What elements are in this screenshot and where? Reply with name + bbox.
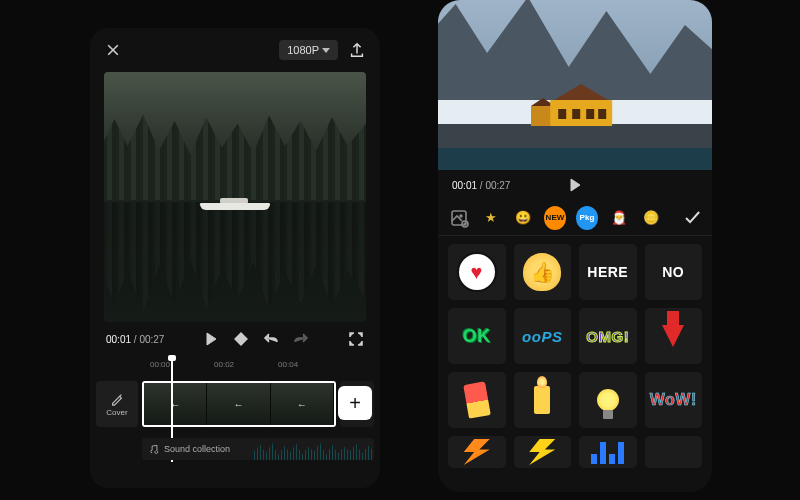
playback-row: 00:01 / 00:27 xyxy=(90,322,380,356)
time-display: 00:01 / 00:27 xyxy=(106,334,164,345)
lightning-icon xyxy=(529,439,555,465)
close-button[interactable] xyxy=(104,41,122,59)
category-gallery[interactable] xyxy=(448,206,470,230)
play-icon xyxy=(203,331,219,347)
editor-topbar: 1080P xyxy=(90,28,380,72)
pencil-icon xyxy=(110,392,124,406)
category-pack[interactable]: Pkg xyxy=(576,206,598,230)
cover-label: Cover xyxy=(106,408,127,417)
resolution-button[interactable]: 1080P xyxy=(279,40,338,60)
lightbulb-icon xyxy=(597,389,619,411)
sticker-wow[interactable]: WoW! xyxy=(645,372,703,428)
eraser-icon xyxy=(463,381,491,418)
preview-scene-reflection xyxy=(104,202,366,317)
sticker-here[interactable]: HERE xyxy=(579,244,637,300)
preview-scene-trees xyxy=(104,110,366,200)
video-preview[interactable] xyxy=(104,72,366,322)
clip-frame xyxy=(271,383,334,425)
music-note-icon xyxy=(148,444,159,455)
sticker-bolt-yellow[interactable] xyxy=(514,436,572,468)
santa-hat-icon: 🎅 xyxy=(611,210,627,225)
clip-frame xyxy=(144,383,207,425)
preview-scene-house xyxy=(550,86,612,126)
sticker-eraser[interactable] xyxy=(448,372,506,428)
close-icon xyxy=(105,42,121,58)
sticker-heart[interactable]: ♥ xyxy=(448,244,506,300)
sticker-category-row: ★ 😀 NEW Pkg 🎅 🪙 xyxy=(438,200,712,236)
time-total: 00:27 xyxy=(139,334,164,345)
check-icon xyxy=(682,207,702,227)
lightning-icon xyxy=(464,439,490,465)
fullscreen-button[interactable] xyxy=(348,331,364,347)
preview-scene-boat xyxy=(200,195,270,213)
sticker-item[interactable] xyxy=(645,436,703,468)
sound-label: Sound collection xyxy=(164,444,230,454)
time-total: 00:27 xyxy=(485,180,510,191)
emoji-icon: 😀 xyxy=(515,210,531,225)
cover-button[interactable]: Cover xyxy=(96,381,138,427)
keyframe-button[interactable] xyxy=(233,331,249,347)
sound-collection-button[interactable]: Sound collection xyxy=(142,438,374,460)
redo-icon xyxy=(293,331,309,347)
sticker-lighter[interactable] xyxy=(514,372,572,428)
sticker-oops[interactable]: ooPS xyxy=(514,308,572,364)
ruler-tick: 00:02 xyxy=(214,360,234,369)
ruler-tick: 00:00 xyxy=(150,360,170,369)
caret-down-icon xyxy=(322,48,330,53)
ruler-tick: 00:04 xyxy=(278,360,298,369)
preview-scene-water xyxy=(438,148,712,170)
resolution-label: 1080P xyxy=(287,44,319,56)
audio-waveform xyxy=(254,438,374,460)
sticker-no[interactable]: NO xyxy=(645,244,703,300)
equalizer-icon xyxy=(591,440,624,464)
export-icon xyxy=(348,41,366,59)
redo-button[interactable] xyxy=(293,331,309,347)
category-seasonal[interactable]: 🎅 xyxy=(608,206,630,230)
time-current: 00:01 xyxy=(106,334,131,345)
play-button[interactable] xyxy=(203,331,219,347)
sticker-omg[interactable]: OMG! xyxy=(579,308,637,364)
category-new[interactable]: NEW xyxy=(544,206,566,230)
undo-icon xyxy=(263,331,279,347)
play-icon xyxy=(567,177,583,193)
category-coins[interactable]: 🪙 xyxy=(640,206,662,230)
video-clip[interactable]: 3.0s xyxy=(142,381,336,427)
coin-icon: 🪙 xyxy=(643,210,659,225)
sticker-grid: ♥ 👍 HERE NO OK ooPS OMG! WoW! xyxy=(438,236,712,476)
sticker-ok[interactable]: OK xyxy=(448,308,506,364)
timeline-ruler: 00:00 00:02 00:04 xyxy=(90,356,380,372)
sticker-bars[interactable] xyxy=(579,436,637,468)
add-clip-button[interactable]: + xyxy=(338,386,372,420)
gallery-icon xyxy=(449,208,469,228)
playback-row: 00:01 / 00:27 xyxy=(438,170,712,200)
sticker-screen: 00:01 / 00:27 ★ 😀 NEW Pkg 🎅 🪙 ♥ 👍 HERE N… xyxy=(438,0,712,492)
play-button[interactable] xyxy=(567,177,583,193)
editor-screen: 1080P 00:01 / 00:27 00:00 00:02 00:04 xyxy=(90,28,380,488)
export-button[interactable] xyxy=(348,41,366,59)
star-icon: ★ xyxy=(485,210,497,225)
sticker-arrow-down[interactable] xyxy=(645,308,703,364)
timeline[interactable]: Cover 3.0s Ending + xyxy=(96,376,374,432)
keyframe-icon xyxy=(233,331,249,347)
clip-frame xyxy=(207,383,270,425)
confirm-button[interactable] xyxy=(682,207,702,229)
arrow-down-icon xyxy=(662,325,684,347)
time-display: 00:01 / 00:27 xyxy=(452,180,510,191)
fullscreen-icon xyxy=(348,331,364,347)
time-current: 00:01 xyxy=(452,180,477,191)
category-emoji[interactable]: 😀 xyxy=(512,206,534,230)
category-favorites[interactable]: ★ xyxy=(480,206,502,230)
sticker-bolt-orange[interactable] xyxy=(448,436,506,468)
top-actions: 1080P xyxy=(279,40,366,60)
sticker-thumbs-up[interactable]: 👍 xyxy=(514,244,572,300)
sticker-bulb[interactable] xyxy=(579,372,637,428)
undo-button[interactable] xyxy=(263,331,279,347)
video-preview[interactable] xyxy=(438,0,712,170)
lighter-icon xyxy=(534,386,550,414)
